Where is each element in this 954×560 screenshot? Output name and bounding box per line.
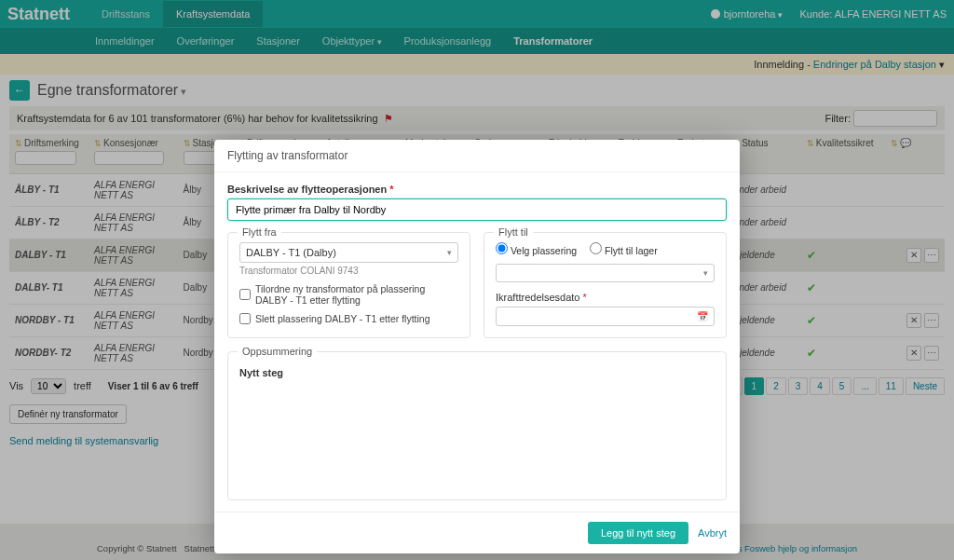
from-hint: Transformator COLANI 9743 <box>239 266 458 276</box>
modal-backdrop: Flytting av transformator Beskrivelse av… <box>0 0 954 560</box>
summary-box: Oppsummering Nytt steg <box>227 351 727 500</box>
from-select[interactable]: DALBY - T1 (Dalby) <box>239 242 458 263</box>
fieldset-from: Flytt fra DALBY - T1 (Dalby) Transformat… <box>227 232 470 338</box>
modal-footer: Legg til nytt steg Avbryt <box>214 512 740 553</box>
to-legend: Flytt til <box>494 226 533 238</box>
fieldset-to: Flytt til Velg plassering Flytt til lage… <box>484 232 727 338</box>
cb-assign-new-input[interactable] <box>239 289 251 300</box>
to-select[interactable] <box>496 264 715 282</box>
desc-input[interactable] <box>227 198 727 221</box>
new-step-label: Nytt steg <box>239 367 715 378</box>
desc-label: Beskrivelse av flytteoperasjonen <box>227 184 727 195</box>
modal: Flytting av transformator Beskrivelse av… <box>214 140 740 553</box>
cb-delete-placement-input[interactable] <box>239 313 251 324</box>
date-label: Ikrafttredelsesdato <box>496 292 715 303</box>
add-step-button[interactable]: Legg til nytt steg <box>588 522 688 544</box>
modal-title: Flytting av transformator <box>214 140 740 172</box>
cancel-button[interactable]: Avbryt <box>698 522 727 544</box>
cb-assign-new[interactable]: Tilordne ny transformator på plassering … <box>239 283 458 306</box>
cb-delete-placement[interactable]: Slett plassering DALBY - T1 etter flytti… <box>239 313 458 324</box>
radio-select-placement[interactable]: Velg plassering <box>496 242 577 256</box>
radio-move-storage[interactable]: Flytt til lager <box>590 242 658 256</box>
summary-legend: Oppsummering <box>238 346 317 357</box>
date-input[interactable] <box>496 307 715 326</box>
from-legend: Flytt fra <box>238 226 281 238</box>
modal-body: Beskrivelse av flytteoperasjonen Flytt f… <box>214 172 740 512</box>
